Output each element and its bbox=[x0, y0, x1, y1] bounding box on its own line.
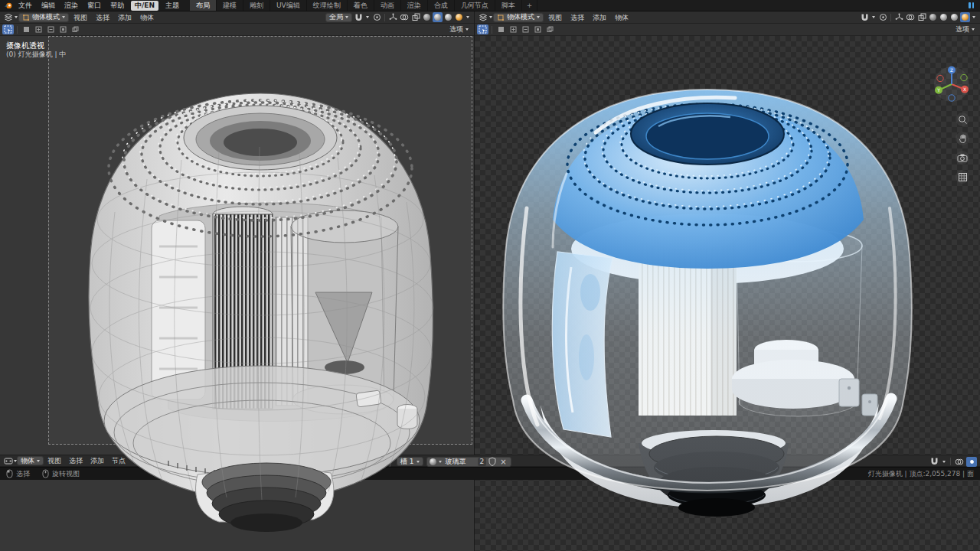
navigation-gizmo[interactable]: X Y Z bbox=[933, 65, 971, 103]
snap-magnet-toggle[interactable] bbox=[859, 12, 870, 22]
pan-button[interactable] bbox=[956, 132, 969, 145]
toggle-xray[interactable] bbox=[410, 12, 421, 22]
active-tool-box-select[interactable] bbox=[477, 24, 488, 34]
show-gizmo-toggle[interactable] bbox=[387, 12, 398, 22]
viewport-nav-buttons bbox=[956, 112, 969, 184]
box-select-icon bbox=[4, 25, 12, 34]
shading-dropdown[interactable] bbox=[465, 12, 471, 22]
mode-dropdown[interactable]: 物体模式 bbox=[493, 13, 544, 22]
shading-solid-button[interactable] bbox=[939, 12, 949, 22]
mode-dropdown[interactable]: 物体模式 bbox=[18, 13, 69, 22]
proportional-editing-toggle[interactable] bbox=[877, 12, 888, 22]
region-toggle[interactable] bbox=[966, 457, 977, 467]
menu-add[interactable]: 添加 bbox=[114, 11, 136, 24]
snap-settings-dropdown[interactable] bbox=[941, 457, 947, 467]
select-mode-intersect[interactable] bbox=[544, 24, 555, 34]
menu-object[interactable]: 物体 bbox=[136, 11, 158, 24]
tab-scripting[interactable]: 脚本 bbox=[495, 0, 522, 11]
viewport-3d-right[interactable]: 物体模式 视图 选择 添加 物体 bbox=[475, 11, 980, 551]
editor-type-button[interactable] bbox=[478, 12, 488, 22]
menu-object[interactable]: 物体 bbox=[611, 11, 632, 24]
shading-material-button[interactable] bbox=[949, 12, 959, 22]
menu-window[interactable]: 窗口 bbox=[83, 0, 106, 11]
tab-texture-paint[interactable]: 纹理绘制 bbox=[307, 0, 348, 11]
orientation-dropdown[interactable]: 全局 bbox=[325, 13, 352, 22]
right-viewport-header: 物体模式 视图 选择 添加 物体 bbox=[475, 11, 980, 24]
language-toggle[interactable]: 中/EN bbox=[131, 1, 158, 11]
wireframe-render[interactable] bbox=[61, 63, 463, 533]
snap-settings-dropdown[interactable] bbox=[871, 12, 877, 22]
menu-view[interactable]: 视图 bbox=[70, 11, 91, 24]
options-dropdown[interactable]: 选项 bbox=[446, 24, 472, 34]
viewport-3d-left[interactable]: 物体模式 视图 选择 添加 物体 全局 bbox=[0, 11, 475, 551]
show-overlays-toggle[interactable] bbox=[905, 12, 916, 22]
tab-animation[interactable]: 动画 bbox=[374, 0, 401, 11]
add-workspace-button[interactable]: + bbox=[522, 0, 538, 11]
solid-sphere-icon bbox=[940, 14, 947, 21]
theme-menu[interactable]: 主题 bbox=[161, 0, 184, 11]
blender-logo[interactable] bbox=[3, 1, 14, 11]
select-mode-subtract[interactable] bbox=[520, 24, 531, 34]
toggle-xray[interactable] bbox=[916, 12, 927, 22]
select-mode-extend[interactable] bbox=[33, 24, 44, 34]
tab-uv-editing[interactable]: UV编辑 bbox=[270, 0, 307, 11]
menu-edit[interactable]: 编辑 bbox=[37, 0, 60, 11]
snap-settings-dropdown[interactable] bbox=[364, 12, 371, 22]
viewport-editor-icon bbox=[479, 13, 488, 22]
select-mode-invert[interactable] bbox=[532, 24, 543, 34]
shader-type-label: 物体 bbox=[21, 456, 34, 466]
options-dropdown[interactable]: 选项 bbox=[952, 24, 978, 34]
menu-render[interactable]: 渲染 bbox=[60, 0, 83, 11]
select-mode-invert[interactable] bbox=[57, 24, 68, 34]
select-mode-subtract[interactable] bbox=[45, 24, 56, 34]
tab-layout[interactable]: 布局 bbox=[190, 0, 217, 11]
zoom-button[interactable] bbox=[956, 112, 969, 126]
solid-sphere-icon bbox=[434, 14, 441, 21]
editor-type-button[interactable] bbox=[3, 456, 14, 466]
menu-help[interactable]: 帮助 bbox=[106, 0, 129, 11]
hint-select-label: 选择 bbox=[16, 469, 30, 479]
shading-rendered-button[interactable] bbox=[454, 12, 464, 22]
tab-modeling[interactable]: 建模 bbox=[217, 0, 243, 11]
right-viewport-canvas[interactable]: X Y Z bbox=[475, 36, 980, 551]
rendered-glass-render[interactable] bbox=[481, 59, 934, 537]
svg-text:Z: Z bbox=[950, 67, 953, 73]
tab-sculpting[interactable]: 雕刻 bbox=[243, 0, 270, 11]
overlay-toggle[interactable] bbox=[954, 457, 965, 467]
orientation-label: 全局 bbox=[329, 12, 343, 22]
select-mode-intersect[interactable] bbox=[70, 24, 80, 34]
show-gizmo-toggle[interactable] bbox=[893, 12, 904, 22]
menu-add[interactable]: 添加 bbox=[589, 11, 610, 24]
menu-select[interactable]: 选择 bbox=[567, 11, 588, 24]
menu-view[interactable]: 视图 bbox=[544, 11, 566, 24]
menu-file[interactable]: 文件 bbox=[14, 0, 37, 11]
viewport-overlay-text: 摄像机透视 (0) 灯光摄像机 | 中 bbox=[6, 41, 66, 59]
select-mode-new[interactable] bbox=[21, 24, 31, 34]
camera-view-button[interactable] bbox=[956, 151, 969, 165]
proportional-editing-toggle[interactable] bbox=[371, 12, 382, 22]
left-viewport-canvas[interactable]: 摄像机透视 (0) 灯光摄像机 | 中 bbox=[0, 36, 474, 551]
tab-rendering[interactable]: 渲染 bbox=[401, 0, 428, 11]
active-tool-box-select[interactable] bbox=[2, 24, 14, 34]
tab-geometry-nodes[interactable]: 几何节点 bbox=[455, 0, 495, 11]
select-mode-new[interactable] bbox=[495, 24, 506, 34]
tab-shading[interactable]: 着色 bbox=[348, 0, 374, 11]
shading-wireframe-button[interactable] bbox=[422, 12, 432, 22]
snap-magnet-toggle[interactable] bbox=[353, 12, 364, 22]
shading-wireframe-button[interactable] bbox=[928, 12, 938, 22]
shading-material-button[interactable] bbox=[443, 12, 453, 22]
shading-solid-button[interactable] bbox=[433, 12, 443, 22]
shading-rendered-button[interactable] bbox=[960, 12, 970, 22]
shader-type-dropdown[interactable]: 物体 bbox=[17, 456, 44, 465]
pause-icon[interactable] bbox=[969, 2, 974, 8]
select-mode-extend[interactable] bbox=[508, 24, 518, 34]
menu-select[interactable]: 选择 bbox=[92, 11, 113, 24]
wireframe-sphere-icon bbox=[929, 14, 936, 21]
proportional-icon bbox=[373, 13, 381, 21]
editor-type-button[interactable] bbox=[3, 12, 14, 22]
blender-window: 文件 编辑 渲染 窗口 帮助 中/EN 主题 布局 建模 雕刻 UV编辑 纹理绘… bbox=[0, 0, 980, 551]
ortho-toggle-button[interactable] bbox=[956, 170, 969, 184]
show-overlays-toggle[interactable] bbox=[399, 12, 410, 22]
tab-compositing[interactable]: 合成 bbox=[428, 0, 455, 11]
shading-dropdown[interactable] bbox=[971, 12, 977, 22]
